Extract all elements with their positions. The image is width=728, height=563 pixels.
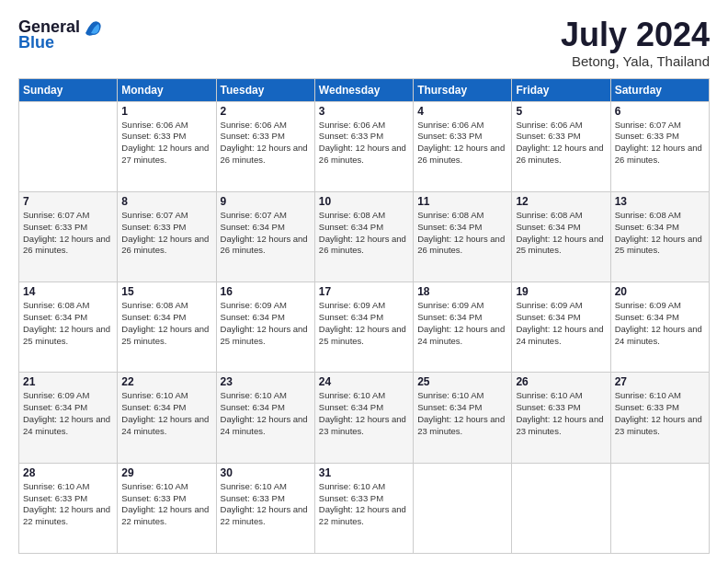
day-info: Sunrise: 6:09 AMSunset: 6:34 PMDaylight:… xyxy=(516,300,606,347)
week-row-5: 28Sunrise: 6:10 AMSunset: 6:33 PMDayligh… xyxy=(19,463,710,553)
day-number: 8 xyxy=(121,195,211,208)
day-header-sunday: Sunday xyxy=(19,78,118,101)
day-number: 30 xyxy=(221,466,311,479)
day-number: 21 xyxy=(23,375,113,388)
day-number: 23 xyxy=(221,375,311,388)
day-number: 20 xyxy=(615,285,705,298)
day-cell: 22Sunrise: 6:10 AMSunset: 6:34 PMDayligh… xyxy=(118,373,216,463)
day-cell: 7Sunrise: 6:07 AMSunset: 6:33 PMDaylight… xyxy=(19,191,118,282)
day-cell: 30Sunrise: 6:10 AMSunset: 6:33 PMDayligh… xyxy=(216,463,314,553)
day-info: Sunrise: 6:10 AMSunset: 6:33 PMDaylight:… xyxy=(615,390,705,437)
logo-icon xyxy=(82,17,102,37)
day-cell: 23Sunrise: 6:10 AMSunset: 6:34 PMDayligh… xyxy=(216,373,314,463)
day-header-friday: Friday xyxy=(512,78,610,101)
day-number: 19 xyxy=(516,285,606,298)
day-info: Sunrise: 6:07 AMSunset: 6:33 PMDaylight:… xyxy=(121,210,211,257)
day-info: Sunrise: 6:06 AMSunset: 6:33 PMDaylight:… xyxy=(221,120,311,167)
day-info: Sunrise: 6:09 AMSunset: 6:34 PMDaylight:… xyxy=(417,300,507,347)
day-info: Sunrise: 6:10 AMSunset: 6:33 PMDaylight:… xyxy=(516,390,606,437)
day-info: Sunrise: 6:08 AMSunset: 6:34 PMDaylight:… xyxy=(615,210,705,257)
day-number: 22 xyxy=(121,375,211,388)
week-row-2: 7Sunrise: 6:07 AMSunset: 6:33 PMDaylight… xyxy=(19,191,710,282)
day-number: 17 xyxy=(319,285,409,298)
day-header-saturday: Saturday xyxy=(610,78,709,101)
day-info: Sunrise: 6:10 AMSunset: 6:34 PMDaylight:… xyxy=(417,390,507,437)
day-cell: 29Sunrise: 6:10 AMSunset: 6:33 PMDayligh… xyxy=(118,463,216,553)
day-number: 15 xyxy=(121,285,211,298)
day-number: 24 xyxy=(319,375,409,388)
day-info: Sunrise: 6:10 AMSunset: 6:34 PMDaylight:… xyxy=(221,390,311,437)
month-year: July 2024 xyxy=(561,17,710,53)
day-info: Sunrise: 6:08 AMSunset: 6:34 PMDaylight:… xyxy=(121,300,211,347)
day-info: Sunrise: 6:10 AMSunset: 6:33 PMDaylight:… xyxy=(221,481,311,528)
header: General Blue July 2024 Betong, Yala, Tha… xyxy=(18,17,710,69)
day-cell: 20Sunrise: 6:09 AMSunset: 6:34 PMDayligh… xyxy=(610,282,709,373)
day-cell: 15Sunrise: 6:08 AMSunset: 6:34 PMDayligh… xyxy=(118,282,216,373)
day-cell: 4Sunrise: 6:06 AMSunset: 6:33 PMDaylight… xyxy=(414,101,512,191)
day-number: 16 xyxy=(221,285,311,298)
day-number: 26 xyxy=(516,375,606,388)
day-info: Sunrise: 6:08 AMSunset: 6:34 PMDaylight:… xyxy=(516,210,606,257)
day-info: Sunrise: 6:10 AMSunset: 6:33 PMDaylight:… xyxy=(23,481,113,528)
day-cell: 27Sunrise: 6:10 AMSunset: 6:33 PMDayligh… xyxy=(610,373,709,463)
day-cell: 21Sunrise: 6:09 AMSunset: 6:34 PMDayligh… xyxy=(19,373,118,463)
day-number: 5 xyxy=(516,105,606,118)
day-number: 31 xyxy=(319,466,409,479)
page: General Blue July 2024 Betong, Yala, Tha… xyxy=(0,0,728,563)
day-cell: 19Sunrise: 6:09 AMSunset: 6:34 PMDayligh… xyxy=(512,282,610,373)
day-cell: 26Sunrise: 6:10 AMSunset: 6:33 PMDayligh… xyxy=(512,373,610,463)
day-info: Sunrise: 6:09 AMSunset: 6:34 PMDaylight:… xyxy=(615,300,705,347)
day-number: 27 xyxy=(615,375,705,388)
day-cell: 12Sunrise: 6:08 AMSunset: 6:34 PMDayligh… xyxy=(512,191,610,282)
day-info: Sunrise: 6:09 AMSunset: 6:34 PMDaylight:… xyxy=(23,390,113,437)
day-number: 13 xyxy=(615,195,705,208)
day-info: Sunrise: 6:06 AMSunset: 6:33 PMDaylight:… xyxy=(319,120,409,167)
day-info: Sunrise: 6:07 AMSunset: 6:33 PMDaylight:… xyxy=(23,210,113,257)
week-row-4: 21Sunrise: 6:09 AMSunset: 6:34 PMDayligh… xyxy=(19,373,710,463)
day-number: 4 xyxy=(417,105,507,118)
day-header-thursday: Thursday xyxy=(414,78,512,101)
day-info: Sunrise: 6:08 AMSunset: 6:34 PMDaylight:… xyxy=(23,300,113,347)
day-cell xyxy=(512,463,610,553)
day-cell: 5Sunrise: 6:06 AMSunset: 6:33 PMDaylight… xyxy=(512,101,610,191)
day-header-wednesday: Wednesday xyxy=(314,78,413,101)
day-cell: 10Sunrise: 6:08 AMSunset: 6:34 PMDayligh… xyxy=(314,191,413,282)
day-number: 6 xyxy=(615,105,705,118)
day-header-monday: Monday xyxy=(118,78,216,101)
day-number: 1 xyxy=(121,105,211,118)
day-cell: 16Sunrise: 6:09 AMSunset: 6:34 PMDayligh… xyxy=(216,282,314,373)
week-row-3: 14Sunrise: 6:08 AMSunset: 6:34 PMDayligh… xyxy=(19,282,710,373)
day-info: Sunrise: 6:10 AMSunset: 6:33 PMDaylight:… xyxy=(319,481,409,528)
day-number: 25 xyxy=(417,375,507,388)
day-info: Sunrise: 6:10 AMSunset: 6:34 PMDaylight:… xyxy=(121,390,211,437)
day-info: Sunrise: 6:07 AMSunset: 6:33 PMDaylight:… xyxy=(615,120,705,167)
day-number: 29 xyxy=(121,466,211,479)
day-cell: 31Sunrise: 6:10 AMSunset: 6:33 PMDayligh… xyxy=(314,463,413,553)
day-number: 10 xyxy=(319,195,409,208)
day-number: 3 xyxy=(319,105,409,118)
day-cell: 25Sunrise: 6:10 AMSunset: 6:34 PMDayligh… xyxy=(414,373,512,463)
day-cell: 17Sunrise: 6:09 AMSunset: 6:34 PMDayligh… xyxy=(314,282,413,373)
day-info: Sunrise: 6:06 AMSunset: 6:33 PMDaylight:… xyxy=(121,120,211,167)
day-cell: 3Sunrise: 6:06 AMSunset: 6:33 PMDaylight… xyxy=(314,101,413,191)
day-number: 2 xyxy=(221,105,311,118)
day-number: 11 xyxy=(417,195,507,208)
day-cell: 1Sunrise: 6:06 AMSunset: 6:33 PMDaylight… xyxy=(118,101,216,191)
day-cell xyxy=(414,463,512,553)
day-info: Sunrise: 6:08 AMSunset: 6:34 PMDaylight:… xyxy=(319,210,409,257)
day-info: Sunrise: 6:06 AMSunset: 6:33 PMDaylight:… xyxy=(516,120,606,167)
day-cell: 6Sunrise: 6:07 AMSunset: 6:33 PMDaylight… xyxy=(610,101,709,191)
day-cell: 8Sunrise: 6:07 AMSunset: 6:33 PMDaylight… xyxy=(118,191,216,282)
day-info: Sunrise: 6:09 AMSunset: 6:34 PMDaylight:… xyxy=(221,300,311,347)
day-number: 9 xyxy=(221,195,311,208)
day-info: Sunrise: 6:07 AMSunset: 6:34 PMDaylight:… xyxy=(221,210,311,257)
day-number: 14 xyxy=(23,285,113,298)
day-cell: 24Sunrise: 6:10 AMSunset: 6:34 PMDayligh… xyxy=(314,373,413,463)
logo-blue-text: Blue xyxy=(18,33,54,52)
title-block: July 2024 Betong, Yala, Thailand xyxy=(561,17,710,69)
day-header-tuesday: Tuesday xyxy=(216,78,314,101)
day-info: Sunrise: 6:09 AMSunset: 6:34 PMDaylight:… xyxy=(319,300,409,347)
location: Betong, Yala, Thailand xyxy=(561,53,710,69)
day-info: Sunrise: 6:10 AMSunset: 6:34 PMDaylight:… xyxy=(319,390,409,437)
day-cell: 11Sunrise: 6:08 AMSunset: 6:34 PMDayligh… xyxy=(414,191,512,282)
